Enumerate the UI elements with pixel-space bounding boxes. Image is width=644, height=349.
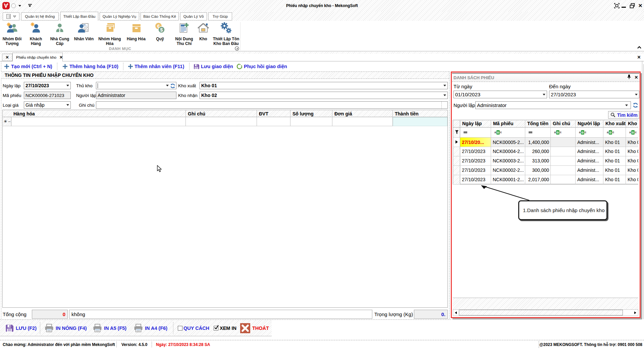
svg-text:$: $ (160, 27, 163, 33)
